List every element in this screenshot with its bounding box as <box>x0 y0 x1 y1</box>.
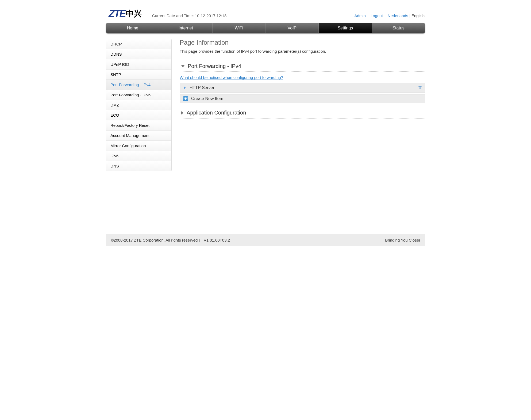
nav-item-status[interactable]: Status <box>372 23 425 33</box>
item-label: HTTP Server <box>190 85 418 90</box>
main-nav: HomeInternetWiFiVoIPSettingsStatus <box>106 23 425 33</box>
lang-nl[interactable]: Nederlands <box>388 13 408 18</box>
logo: ZTE中兴 <box>109 8 141 20</box>
page-description: This page provides the function of IPv4 … <box>180 49 425 54</box>
lang-separator: | <box>409 13 411 18</box>
chevron-right-icon <box>181 111 183 114</box>
create-new-item[interactable]: + Create New Item <box>180 94 425 103</box>
plus-icon: + <box>183 96 188 101</box>
sidebar-item[interactable]: ECO <box>106 110 171 120</box>
sidebar-item[interactable]: UPnP IGD <box>106 59 171 70</box>
section-port-forwarding: Port Forwarding - IPv4 What should be no… <box>180 62 425 103</box>
section-header-port-forwarding[interactable]: Port Forwarding - IPv4 <box>180 62 425 72</box>
logo-text-cn: 中兴 <box>126 8 141 19</box>
chevron-down-icon <box>181 65 184 67</box>
sidebar-item[interactable]: Port Forwarding - IPv4 <box>106 80 171 90</box>
footer: ©2008-2017 ZTE Corporation. All rights r… <box>106 234 425 246</box>
help-link[interactable]: What should be noticed when configuring … <box>180 75 425 80</box>
chevron-right-icon <box>184 86 186 89</box>
nav-item-internet[interactable]: Internet <box>159 23 213 33</box>
trash-icon[interactable] <box>418 85 422 90</box>
sidebar-item[interactable]: Account Management <box>106 131 171 141</box>
sidebar: DHCPDDNSUPnP IGDSNTPPort Forwarding - IP… <box>106 39 172 171</box>
top-links: Admin Logout Nederlands | English <box>354 13 425 20</box>
sidebar-item[interactable]: Reboot/Factory Reset <box>106 120 171 131</box>
sidebar-item[interactable]: Port Forwarding - IPv6 <box>106 90 171 100</box>
logo-text-latin: ZTE <box>109 8 125 20</box>
section-app-config: Application Configuration <box>180 108 425 119</box>
copyright: ©2008-2017 ZTE Corporation. All rights r… <box>111 238 198 242</box>
section-title: Port Forwarding - IPv4 <box>188 63 241 69</box>
footer-separator: | <box>199 238 201 242</box>
page-title: Page Information <box>180 39 425 46</box>
content: Page Information This page provides the … <box>172 39 425 226</box>
version: V1.01.00T03.2 <box>204 238 230 242</box>
logout-link[interactable]: Logout <box>371 13 383 18</box>
header: ZTE中兴 Current Date and Time: 10-12-2017 … <box>101 0 430 22</box>
nav-item-settings[interactable]: Settings <box>319 23 372 33</box>
sidebar-item[interactable]: Mirror Configuration <box>106 141 171 151</box>
nav-item-home[interactable]: Home <box>106 23 159 33</box>
nav-item-voip[interactable]: VoIP <box>266 23 319 33</box>
admin-link[interactable]: Admin <box>354 13 366 18</box>
create-label: Create New Item <box>191 96 223 101</box>
sidebar-item[interactable]: DHCP <box>106 39 171 49</box>
section-title: Application Configuration <box>187 110 246 116</box>
language-switch: Nederlands | English <box>388 13 425 18</box>
port-forwarding-item[interactable]: HTTP Server <box>180 83 425 93</box>
sidebar-item[interactable]: DDNS <box>106 49 171 59</box>
datetime: Current Date and Time: 10-12-2017 12:18 <box>152 13 355 20</box>
sidebar-item[interactable]: DMZ <box>106 100 171 110</box>
slogan: Bringing You Closer <box>385 238 420 242</box>
sidebar-item[interactable]: IPv6 <box>106 151 171 161</box>
nav-item-wifi[interactable]: WiFi <box>213 23 266 33</box>
section-header-app-config[interactable]: Application Configuration <box>180 108 425 119</box>
sidebar-item[interactable]: DNS <box>106 161 171 171</box>
lang-en[interactable]: English <box>411 13 425 18</box>
sidebar-item[interactable]: SNTP <box>106 70 171 80</box>
